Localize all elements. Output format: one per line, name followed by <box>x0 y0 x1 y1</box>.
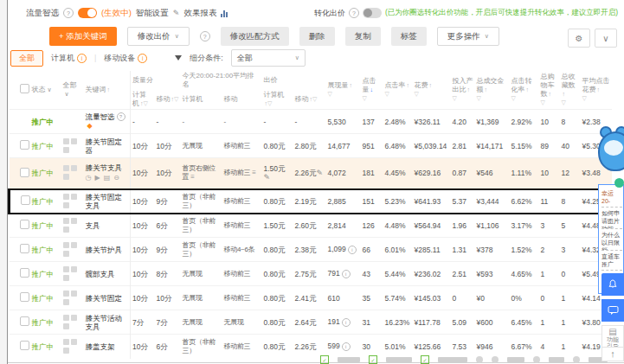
keyword-text[interactable]: 膝关节固定 <box>86 294 123 303</box>
report-link[interactable]: 效果报表 <box>183 8 216 19</box>
remove-icon[interactable]: ⊖ <box>113 174 119 182</box>
edit-icon[interactable]: ✎ <box>173 9 180 17</box>
chat-button[interactable] <box>601 299 624 322</box>
rank-list-icon[interactable]: ≡ <box>190 173 194 181</box>
collapse-button[interactable]: ∨ <box>595 29 617 48</box>
col-impressions[interactable]: 展现量↑▽ <box>326 71 361 110</box>
modify-bid-select[interactable]: 修改出价∨ <box>127 27 190 46</box>
col-quality-mobile[interactable]: 移动↑▽ <box>155 90 181 110</box>
assistant-mascot[interactable] <box>598 126 624 171</box>
tag-button[interactable]: 标签 <box>391 27 427 46</box>
cell-cost: ¥145.03 <box>413 286 451 310</box>
col-roi[interactable]: 投入产出比↑▽ <box>451 71 475 110</box>
filter-select[interactable]: 全部∨ <box>231 49 306 67</box>
select-all-checkbox[interactable] <box>20 84 29 93</box>
row-checkbox[interactable] <box>20 140 29 150</box>
col-cost-label: 花费 <box>415 81 428 89</box>
faq-item[interactable]: 直通车推广 <box>601 251 622 271</box>
keyword-text[interactable]: 膝关节支具 <box>86 163 123 172</box>
cell-ctr: 6.48% <box>383 134 413 158</box>
cell-keyword: 膝关节固定器 <box>84 134 131 158</box>
row-checkbox[interactable] <box>20 168 29 177</box>
cell-device-icons <box>61 262 84 286</box>
cell-rank-mobile: 移动前三 <box>222 214 262 238</box>
faq-item[interactable]: 为什么以日限额 <box>601 229 622 251</box>
more-actions-select[interactable]: 更多操作∨ <box>437 27 499 46</box>
cell-carts: 89 <box>539 134 560 158</box>
cell-bid-mobile: 2.26元✎ <box>293 158 326 189</box>
col-ctr[interactable]: 点击率↑▽ <box>383 71 413 110</box>
keyword-actions: ◷▶▤⊖ <box>86 174 129 182</box>
smart-setting-link[interactable]: 智能设置 <box>136 8 169 19</box>
modify-match-button[interactable]: 修改匹配方式 <box>221 27 289 46</box>
col-clicks[interactable]: 点击量↓▽ <box>361 71 383 110</box>
cell-carts: 0 <box>539 286 560 310</box>
keyword-text[interactable]: 膝关节固定支具 <box>86 193 123 210</box>
row-checkbox[interactable] <box>20 316 29 326</box>
col-keyword[interactable]: 关键词↑ <box>84 71 131 110</box>
cell-bid-pc: 0.80元 <box>262 262 293 286</box>
col-status[interactable]: 状态∨ <box>30 71 61 110</box>
cell-clicks: 66 <box>361 238 383 262</box>
faq-item[interactable]: 幸运20- <box>601 188 622 208</box>
col-cost[interactable]: 花费↑▽ <box>413 71 451 110</box>
col-device[interactable]: 全部∨ <box>61 71 84 110</box>
row-checkbox[interactable] <box>20 292 29 302</box>
copy-button[interactable]: 复制 <box>345 27 381 46</box>
row-checkbox[interactable] <box>20 244 29 253</box>
cell-keyword: 支具 <box>84 214 131 238</box>
delete-button[interactable]: 删除 <box>299 27 335 46</box>
tab-all[interactable]: 全部 <box>10 50 43 67</box>
cell-checkbox <box>10 134 30 158</box>
col-cpc[interactable]: 平均点击花费↑▽ <box>581 71 612 110</box>
col-bid-mobile[interactable]: 移动↑▽ <box>293 90 326 110</box>
col-carts[interactable]: 总购物车数↑▽ <box>539 71 560 110</box>
convert-bid-toggle[interactable] <box>363 8 382 18</box>
convert-bid-label: 转化出价 <box>314 8 345 19</box>
tab-pc[interactable]: 计算机 i <box>51 53 87 64</box>
cell-quality-pc: 10分 <box>131 262 155 286</box>
row-checkbox[interactable] <box>20 220 29 229</box>
cell-quality-pc: 10分 <box>131 286 155 310</box>
col-bid-pc[interactable]: 计算机↑▽ <box>262 90 293 110</box>
rank-list-icon[interactable]: ≡ <box>252 169 255 176</box>
keyword-text[interactable]: 流量智选 <box>86 112 115 121</box>
faq-item[interactable]: 如何申请图片功能 <box>601 208 622 229</box>
keyword-text[interactable]: 膝关节活动支具 <box>86 314 123 331</box>
settings-button[interactable]: ⚙ <box>568 29 590 48</box>
table-row: 推广中流量智选?◆------5,5301372.48%¥326.114.20¥… <box>10 110 612 134</box>
col-favs[interactable]: 总收藏数↑▽ <box>560 71 581 110</box>
col-quality-pc[interactable]: 计算机↑▽ <box>131 90 155 110</box>
keyword-text[interactable]: 膝关节固定器 <box>86 137 123 155</box>
history-icon[interactable]: ◷ <box>86 174 92 182</box>
keyword-text[interactable]: 髋部支具 <box>86 270 115 278</box>
col-cvr[interactable]: 点击转化率↑▽ <box>510 71 539 110</box>
cell-roi: 1.31 <box>451 238 475 262</box>
edit-bid-icon[interactable]: ✎ <box>317 169 324 177</box>
cell-roi: 4.20 <box>451 110 475 134</box>
edit-bid-icon[interactable]: ✎ <box>264 173 271 182</box>
add-keyword-button[interactable]: + 添加关键词 <box>49 27 117 46</box>
back-to-top-button[interactable]: ↑ <box>601 347 624 361</box>
row-checkbox[interactable] <box>20 268 29 278</box>
report-icon[interactable]: ▤ <box>104 174 111 182</box>
keyword-text[interactable]: 支具 <box>86 221 100 230</box>
row-checkbox[interactable] <box>20 341 29 350</box>
cell-keyword: 髋部支具 <box>84 262 131 286</box>
tab-mobile[interactable]: 移动设备 i <box>104 53 147 64</box>
row-checkbox[interactable] <box>21 195 30 205</box>
cell-clicks: 31 <box>361 310 383 335</box>
keyword-text[interactable]: 膝关节护具 <box>86 246 123 254</box>
play-icon[interactable]: ▶ <box>94 174 100 182</box>
cell-checkbox <box>10 189 30 214</box>
notifications-button[interactable] <box>601 273 624 296</box>
flow-smart-status: (生效中) <box>101 8 132 19</box>
col-gmv[interactable]: 总成交金额↑▽ <box>475 71 510 110</box>
flow-smart-toggle[interactable] <box>78 8 97 18</box>
cell-favs: 40 <box>560 134 581 158</box>
keyword-text[interactable]: 膝盖支架 <box>86 342 115 351</box>
chart-icon[interactable] <box>221 10 228 17</box>
gear-icon: ⚙ <box>576 34 583 43</box>
cell-quality-pc: 10分 <box>131 335 155 359</box>
cell-bid-mobile: 2.60元 <box>293 214 326 238</box>
